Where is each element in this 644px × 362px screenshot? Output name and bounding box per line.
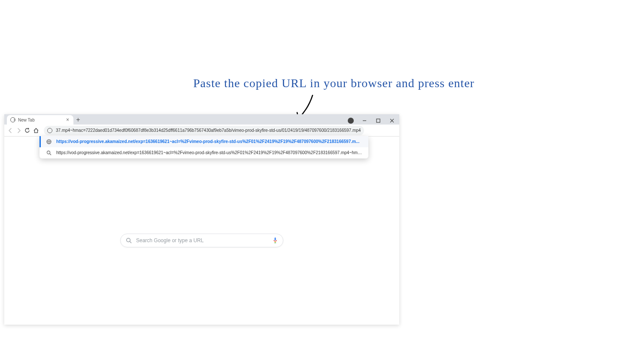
omnibox[interactable]: 37.mp4~hmac=7222daed01d734edf0f60687df8e…: [44, 126, 364, 135]
suggestion-text: https://vod-progressive.akamaized.net/ex…: [56, 150, 363, 155]
svg-rect-11: [275, 237, 276, 240]
window-controls: [347, 117, 396, 125]
back-icon[interactable]: [7, 126, 14, 135]
omnibox-value: 37.mp4~hmac=7222daed01d734edf0f60687df8e…: [56, 128, 361, 133]
tab-new-tab[interactable]: New Tab ×: [7, 115, 73, 125]
reload-icon[interactable]: [24, 126, 31, 135]
suggestion-item[interactable]: https://vod-progressive.akamaized.net/ex…: [39, 136, 368, 147]
tab-title: New Tab: [18, 118, 65, 122]
svg-line-8: [50, 153, 51, 155]
globe-icon: [10, 117, 15, 122]
tab-strip: New Tab × +: [4, 114, 399, 125]
globe-icon: [47, 128, 52, 133]
svg-line-10: [130, 241, 131, 243]
omnibox-wrapper: 37.mp4~hmac=7222daed01d734edf0f60687df8e…: [44, 126, 364, 135]
home-icon[interactable]: [33, 126, 39, 135]
suggestion-item[interactable]: https://vod-progressive.akamaized.net/ex…: [39, 147, 368, 158]
maximize-icon[interactable]: [374, 117, 382, 125]
instruction-annotation: Paste the copied URL in your browser and…: [193, 76, 474, 90]
globe-icon: [46, 139, 52, 145]
google-search-box[interactable]: Search Google or type a URL: [120, 234, 283, 247]
close-icon[interactable]: ×: [65, 117, 70, 123]
account-icon[interactable]: [347, 117, 355, 125]
browser-content: Search Google or type a URL: [4, 137, 399, 325]
forward-icon[interactable]: [15, 126, 22, 135]
omnibox-dropdown: https://vod-progressive.akamaized.net/ex…: [39, 136, 368, 158]
browser-window: New Tab × +: [4, 114, 399, 325]
close-window-icon[interactable]: [388, 117, 396, 125]
svg-point-7: [47, 151, 50, 154]
suggestion-text: https://vod-progressive.akamaized.net/ex…: [56, 139, 359, 144]
voice-search-icon[interactable]: [273, 237, 278, 244]
svg-point-9: [127, 238, 130, 242]
new-tab-button[interactable]: +: [73, 115, 83, 125]
search-placeholder: Search Google or type a URL: [136, 237, 273, 243]
svg-rect-1: [377, 119, 380, 122]
search-icon: [46, 150, 52, 156]
search-icon: [126, 237, 132, 243]
toolbar: 37.mp4~hmac=7222daed01d734edf0f60687df8e…: [4, 125, 399, 137]
minimize-icon[interactable]: [361, 117, 368, 125]
